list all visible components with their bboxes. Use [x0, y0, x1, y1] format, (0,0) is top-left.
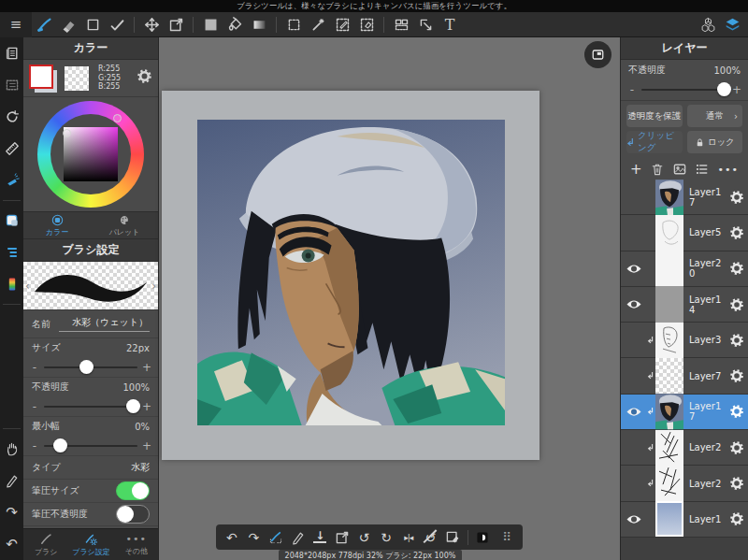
opacity-plus-button[interactable]: + [142, 400, 151, 413]
size-plus-button[interactable]: + [142, 361, 151, 374]
material-panel-button[interactable] [696, 12, 720, 37]
layer-settings-button[interactable] [725, 511, 748, 526]
brush-tool-button[interactable] [32, 12, 56, 37]
layer-row[interactable]: Layer2 [621, 430, 748, 466]
foreground-color-swatch[interactable] [29, 65, 57, 93]
layer-row[interactable]: Layer14 [621, 287, 748, 323]
visibility-toggle[interactable] [621, 263, 646, 275]
layer-row[interactable]: Layer1 [621, 502, 748, 538]
clear-button[interactable] [441, 524, 464, 550]
minwidth-slider[interactable] [44, 445, 137, 447]
duplicate-layer-button[interactable] [672, 162, 687, 177]
opacity-slider[interactable] [44, 406, 137, 408]
visibility-toggle[interactable] [621, 298, 646, 310]
layer-settings-button[interactable] [725, 476, 748, 491]
saturation-value-square[interactable] [64, 127, 118, 181]
layer-row[interactable]: Layer20 [621, 251, 748, 287]
layer-opacity-minus[interactable]: - [627, 83, 637, 96]
divide-tool-button[interactable] [389, 12, 413, 37]
opacity-minus-button[interactable]: - [30, 400, 39, 413]
shape-tool-button[interactable] [80, 12, 105, 37]
export-button[interactable] [331, 524, 353, 550]
tab-other[interactable]: ••• その他 [114, 529, 159, 560]
brush-preview[interactable]: ‹ › [23, 262, 158, 310]
pen-mode-button[interactable] [287, 524, 309, 550]
brush-name-row[interactable]: 名前 水彩（ウェット） [23, 310, 158, 338]
brush-snap-button[interactable] [265, 524, 287, 550]
visibility-toggle[interactable] [621, 513, 646, 525]
size-slider-knob[interactable] [79, 360, 94, 374]
color-panel-toggle[interactable] [0, 205, 23, 237]
tab-brush-settings[interactable]: ブラシ設定 [68, 529, 113, 560]
minwidth-plus-button[interactable]: + [142, 439, 151, 452]
operate-tool-button[interactable] [413, 12, 438, 37]
layer-row[interactable]: Layer5 [621, 215, 748, 251]
tab-brush[interactable]: ブラシ [23, 529, 68, 560]
undo-button[interactable]: ↶ [221, 524, 243, 550]
minwidth-minus-button[interactable]: - [30, 439, 39, 452]
delete-layer-button[interactable] [650, 162, 665, 177]
bucket-tool-button[interactable] [223, 12, 247, 37]
rotate-ccw-button[interactable]: ↺ [353, 524, 376, 550]
fill-rect-tool-button[interactable] [198, 12, 223, 37]
layer-more-button[interactable]: ••• [718, 164, 739, 176]
layer-settings-button[interactable] [725, 368, 748, 383]
layer-list-button[interactable] [695, 162, 710, 177]
ruler-button[interactable] [0, 133, 23, 165]
redo-button[interactable]: ↷ [243, 524, 266, 550]
sidebar-undo-button[interactable]: ↶ [0, 528, 23, 560]
prev-brush-button[interactable]: ‹ [25, 280, 30, 293]
curve-tool-button[interactable] [105, 12, 129, 37]
eraser-tool-button[interactable] [56, 12, 80, 37]
layer-row[interactable]: Layer7 [621, 358, 748, 394]
airbrush-button[interactable] [0, 165, 23, 196]
select-tool-button[interactable] [281, 12, 306, 37]
save-button[interactable]: ↓ [309, 524, 331, 550]
layer-settings-button[interactable] [725, 333, 748, 348]
invert-view-button[interactable] [472, 524, 495, 550]
magic-wand-button[interactable] [306, 12, 330, 37]
move-tool-button[interactable] [139, 12, 164, 37]
layer-settings-button[interactable] [725, 404, 748, 419]
size-slider[interactable] [44, 366, 137, 368]
protect-alpha-button[interactable]: 透明度を保護 [626, 105, 683, 127]
brush-type-row[interactable]: タイプ 水彩 [23, 456, 158, 480]
layer-settings-button[interactable] [725, 440, 748, 455]
text-tool-button[interactable]: T [438, 12, 462, 37]
palette-toggle[interactable] [0, 268, 23, 300]
layers-panel-button[interactable] [720, 12, 744, 37]
clipping-button[interactable]: クリッピング [626, 131, 683, 153]
hand-tool-button[interactable] [0, 433, 23, 465]
add-layer-button[interactable]: + [630, 161, 642, 178]
hue-marker[interactable] [113, 114, 122, 122]
layer-settings-button[interactable] [725, 190, 748, 205]
pressure-opacity-toggle[interactable] [116, 505, 150, 524]
sv-marker[interactable] [63, 129, 71, 137]
color-settings-button[interactable] [137, 68, 152, 88]
toolbar-drag-handle[interactable]: ⠿ [496, 524, 518, 550]
minwidth-slider-knob[interactable] [53, 438, 67, 452]
layer-settings-button[interactable] [725, 297, 748, 312]
pressure-size-toggle[interactable] [116, 481, 150, 500]
reset-view-button[interactable] [0, 101, 23, 133]
gradient-tool-button[interactable] [247, 12, 271, 37]
flip-horizontal-button[interactable]: ▸|◂ [397, 524, 420, 550]
sidebar-redo-button[interactable]: ↷ [0, 496, 23, 528]
canvas-workspace[interactable]: ↶ ↷ ↓ ↺ ↻ ▸|◂ ↺ ⠿ 2 [159, 37, 620, 560]
visibility-toggle[interactable] [621, 406, 646, 418]
layer-opacity-knob[interactable] [717, 82, 731, 96]
reset-rotation-button[interactable]: ↺ [419, 524, 441, 550]
transform-tool-button[interactable] [164, 12, 188, 37]
lock-button[interactable]: ロック [687, 131, 743, 153]
layer-settings-button[interactable] [725, 261, 748, 276]
layer-opacity-plus[interactable]: + [732, 83, 741, 96]
layer-row[interactable]: Layer2 [621, 466, 748, 501]
canvas-artwork[interactable] [197, 120, 505, 425]
color-wheel[interactable] [23, 97, 158, 211]
transparent-color-swatch[interactable] [65, 66, 89, 91]
menu-icon[interactable]: ≡ [0, 12, 32, 37]
size-minus-button[interactable]: - [30, 361, 39, 374]
layer-row[interactable]: Layer3 [621, 323, 748, 358]
blend-mode-button[interactable]: 通常 › [687, 105, 743, 127]
tab-palette[interactable]: パレット [91, 212, 158, 238]
